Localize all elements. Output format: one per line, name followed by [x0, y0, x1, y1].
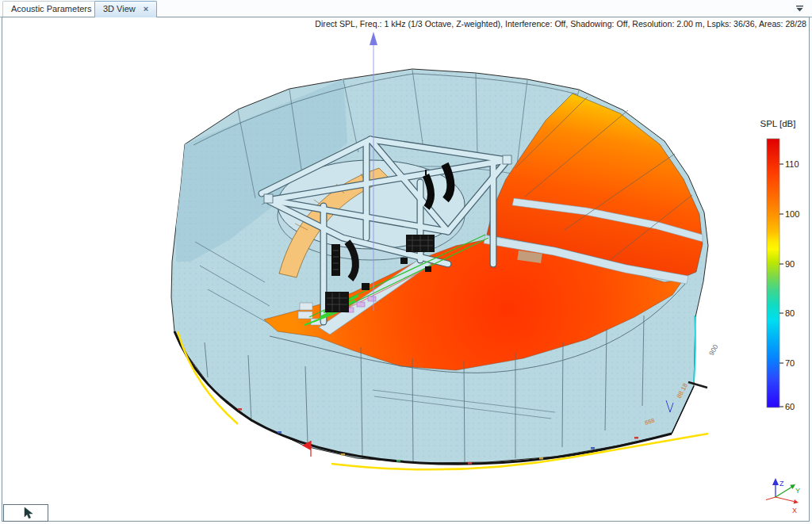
model-annotation: 900 — [707, 342, 720, 356]
spl-legend: SPL [dB] 110 100 90 80 70 60 — [760, 119, 800, 411]
legend-tick-label: 80 — [785, 308, 795, 318]
cursor-tool-button[interactable] — [3, 504, 48, 522]
legend-tick-label: 90 — [785, 259, 795, 269]
legend-tick-label: 110 — [785, 159, 799, 169]
x-axis-head — [794, 499, 799, 503]
legend-ticks — [779, 164, 783, 407]
app-window: Acoustic Parameters 3D View× Direct SPL,… — [0, 0, 812, 524]
truss-end-cap — [264, 194, 273, 203]
subwoofer-cluster — [325, 292, 349, 312]
legend-tick-label: 70 — [785, 358, 795, 368]
tab-3d-view-label: 3D View — [103, 4, 136, 13]
axis-triad: Z Y X — [766, 478, 800, 514]
legend-tick-label: 100 — [785, 209, 799, 219]
select-cursor-icon — [4, 505, 48, 521]
x-axis-label: X — [792, 507, 797, 514]
z-axis-head — [772, 478, 779, 485]
y-axis-head — [790, 484, 795, 489]
truss-end-cap — [503, 155, 511, 164]
legend-colorbar — [767, 139, 779, 407]
tab-close-icon[interactable]: × — [144, 2, 148, 17]
viewport-3d[interactable]: 900 88.18 888 SPL [dB] 110 100 90 80 70 … — [0, 0, 812, 524]
speaker-box — [400, 258, 408, 264]
speaker-box — [425, 266, 431, 272]
z-axis-label: Z — [779, 480, 784, 488]
tab-3d-view[interactable]: 3D View× — [94, 1, 157, 17]
y-axis — [776, 487, 792, 497]
legend-tick-label: 60 — [785, 402, 795, 411]
y-axis-label: Y — [795, 487, 800, 495]
legend-title: SPL [dB] — [760, 119, 796, 128]
line-array-speaker — [331, 244, 340, 276]
speaker-box — [362, 283, 370, 290]
legend-tick-labels: 110 100 90 80 70 60 — [785, 159, 799, 411]
x-axis — [766, 497, 794, 502]
status-text: Direct SPL, Freq.: 1 kHz (1/3 Octave, Z-… — [315, 19, 806, 29]
